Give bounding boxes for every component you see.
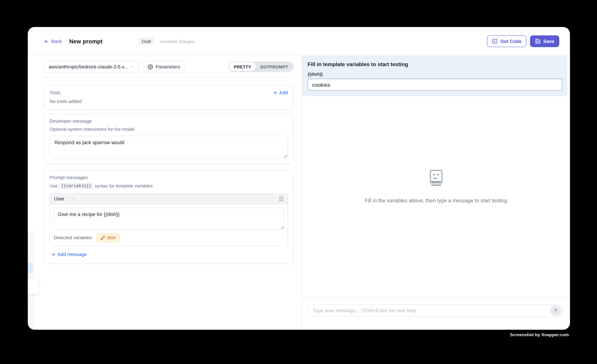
plus-icon	[273, 91, 277, 95]
add-message-label: Add message	[57, 252, 86, 257]
drag-handle-icon[interactable]	[279, 196, 283, 202]
back-arrow-icon	[44, 39, 49, 44]
add-tool-label: Add	[279, 90, 288, 95]
terminal-icon	[492, 38, 498, 44]
variable-syntax-chip: {{variable}}	[59, 183, 93, 189]
get-code-label: Get Code	[500, 39, 522, 44]
parameters-label: Parameters	[156, 64, 180, 69]
parameters-button[interactable]: Parameters	[142, 61, 186, 73]
prompt-messages-title: Prompt messages	[49, 175, 288, 180]
save-icon	[535, 38, 541, 44]
subtitle-suffix: syntax for template variables	[94, 183, 153, 189]
toggle-dotprompt[interactable]: DOTPROMPT	[256, 62, 293, 71]
developer-message-card: Developer message Optional system instru…	[44, 114, 294, 164]
subtitle-prefix: Use	[49, 183, 58, 189]
save-button[interactable]: Save	[530, 35, 559, 47]
message-header: User	[50, 194, 288, 204]
role-selector[interactable]: User	[54, 196, 76, 202]
get-code-button[interactable]: Get Code	[487, 35, 526, 47]
variable-value-input[interactable]	[308, 79, 562, 91]
tools-card: Tools Add No tools added	[44, 85, 294, 110]
prompt-editor-pane: aws/anthropic/bedrock-claude-3-5-s... Pa…	[28, 56, 302, 330]
detected-variables-label: Detected variables:	[54, 235, 93, 240]
chevron-down-icon	[130, 65, 135, 69]
status-badge: Draft	[138, 38, 154, 45]
side-strip-active-item[interactable]	[28, 263, 33, 273]
gear-icon	[148, 64, 153, 69]
send-button[interactable]	[550, 305, 561, 316]
chat-message-input[interactable]	[307, 304, 562, 317]
model-selector[interactable]: aws/anthropic/bedrock-claude-3-5-s...	[44, 61, 139, 73]
unsaved-changes-text: Unsaved changes	[160, 39, 195, 44]
pencil-icon	[100, 235, 105, 240]
chat-area: Fill in the variables above, then type a…	[302, 96, 570, 298]
chat-empty-state: Fill in the variables above, then type a…	[322, 170, 550, 204]
tools-title: Tools	[49, 90, 61, 95]
prompt-messages-subtitle: Use {{variable}} syntax for template var…	[49, 183, 288, 189]
role-selector-value: User	[54, 196, 64, 202]
plus-icon	[51, 252, 56, 257]
variable-key-label: {{dish}}	[308, 72, 562, 76]
variable-badge-dish[interactable]: dish	[97, 234, 119, 242]
robot-face-icon	[429, 170, 443, 186]
chat-input-bar	[302, 298, 570, 330]
add-tool-button[interactable]: Add	[273, 90, 288, 95]
add-message-button[interactable]: Add message	[51, 252, 86, 257]
detected-variables-row: Detected variables: dish	[53, 234, 284, 242]
save-label: Save	[543, 39, 554, 44]
side-floating-card[interactable]	[28, 278, 39, 294]
arrow-up-icon	[553, 308, 558, 313]
chevron-down-icon	[72, 197, 76, 201]
header-actions: Get Code Save	[487, 35, 559, 47]
developer-message-textarea[interactable]: Respond as jack sparrow would	[49, 136, 288, 158]
back-label: Back	[51, 39, 62, 44]
toggle-pretty[interactable]: PRETTY	[229, 62, 256, 71]
chat-empty-text: Fill in the variables above, then type a…	[322, 198, 550, 203]
variables-panel-title: Fill in template variables to start test…	[308, 61, 562, 67]
prompt-messages-card: Prompt messages Use {{variable}} syntax …	[44, 170, 294, 264]
watermark-text: Screenshot by Xnapper.com	[510, 333, 569, 337]
variable-badge-label: dish	[107, 235, 116, 240]
view-mode-toggle: PRETTY DOTPROMPT	[229, 62, 294, 72]
tools-empty-text: No tools added	[49, 99, 288, 104]
back-button[interactable]: Back	[44, 39, 62, 44]
message-body: Give me a recipe for {{dish}} Detected v…	[50, 204, 288, 246]
model-row: aws/anthropic/bedrock-claude-3-5-s... Pa…	[44, 61, 294, 73]
developer-message-title: Developer message	[49, 119, 288, 124]
message-textarea[interactable]: Give me a recipe for {{dish}}	[53, 208, 284, 230]
message-block: User Give me a recipe for	[49, 193, 288, 247]
template-variables-panel: Fill in template variables to start test…	[302, 56, 567, 96]
model-selector-value: aws/anthropic/bedrock-claude-3-5-s...	[49, 64, 130, 69]
developer-message-subtitle: Optional system instructions for the mod…	[49, 127, 288, 132]
test-pane: Fill in template variables to start test…	[302, 56, 570, 330]
app-window: Back New prompt Draft Unsaved changes Ge…	[28, 27, 570, 330]
screenshot-frame: Back New prompt Draft Unsaved changes Ge…	[0, 0, 597, 364]
page-header: Back New prompt Draft Unsaved changes Ge…	[28, 27, 570, 56]
main-content: aws/anthropic/bedrock-claude-3-5-s... Pa…	[28, 56, 570, 330]
page-title: New prompt	[69, 38, 102, 45]
